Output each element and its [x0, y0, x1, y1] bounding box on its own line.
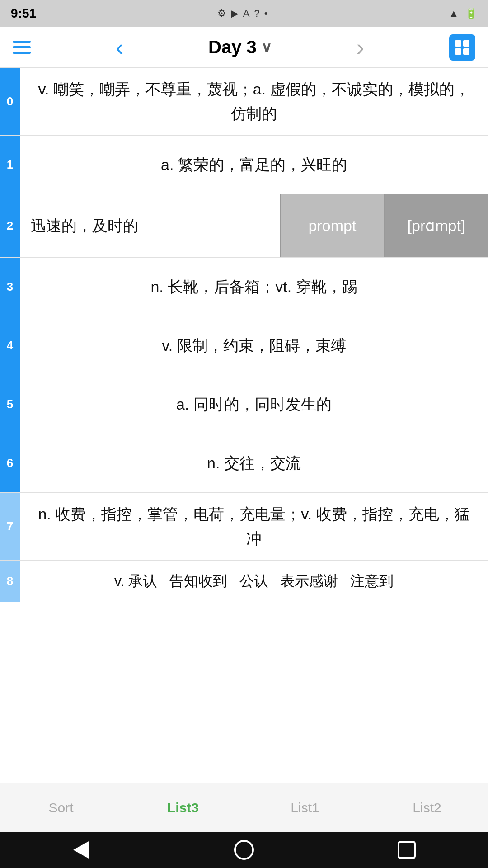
nav-bar: ‹ Day 3 ∨ ›: [0, 27, 488, 68]
forward-button[interactable]: ›: [352, 36, 369, 59]
row-definition: n. 交往，交流: [20, 434, 488, 492]
word-list: 0 v. 嘲笑，嘲弄，不尊重，蔑视；a. 虚假的，不诚实的，模拟的，仿制的 1 …: [0, 68, 488, 602]
day-title[interactable]: Day 3 ∨: [208, 37, 272, 57]
row-index: 8: [0, 561, 20, 602]
svg-rect-1: [463, 40, 469, 47]
tab-list2-label: List2: [413, 800, 441, 816]
row-definition: a. 繁荣的，富足的，兴旺的: [20, 136, 488, 194]
title-text: Day 3: [208, 37, 257, 57]
word-row[interactable]: 8 v. 承认 告知收到 公认 表示感谢 注意到: [0, 561, 488, 602]
row-index: 1: [0, 136, 20, 194]
row-index: 4: [0, 316, 20, 375]
tab-list1-label: List1: [291, 800, 319, 816]
font-icon: A: [243, 8, 250, 19]
word-row[interactable]: 5 a. 同时的，同时发生的: [0, 375, 488, 434]
row-index: 2: [0, 194, 20, 257]
hamburger-menu-icon[interactable]: [13, 41, 31, 54]
android-back-button[interactable]: [68, 836, 95, 863]
back-triangle-icon: [73, 841, 89, 859]
grid-icon: [454, 39, 470, 56]
tab-list3[interactable]: List3: [122, 783, 244, 832]
wifi-icon: ?: [254, 8, 260, 19]
row-index: 3: [0, 258, 20, 316]
tab-list1[interactable]: List1: [244, 783, 366, 832]
svg-rect-0: [455, 40, 461, 47]
word-row[interactable]: 2 迅速的，及时的 prompt [prɑmpt]: [0, 194, 488, 258]
word-popup[interactable]: prompt [prɑmpt]: [280, 194, 488, 257]
row-index: 6: [0, 434, 20, 492]
row-index: 7: [0, 493, 20, 560]
settings-icon: ⚙: [217, 8, 226, 19]
word-row[interactable]: 0 v. 嘲笑，嘲弄，不尊重，蔑视；a. 虚假的，不诚实的，模拟的，仿制的: [0, 68, 488, 136]
row-definition: v. 限制，约束，阻碍，束缚: [20, 316, 488, 375]
row-definition: n. 长靴，后备箱；vt. 穿靴，踢: [20, 258, 488, 316]
tab-list2[interactable]: List2: [366, 783, 488, 832]
popup-phonetic[interactable]: [prɑmpt]: [384, 194, 488, 257]
popup-word[interactable]: prompt: [280, 194, 384, 257]
word-row[interactable]: 1 a. 繁荣的，富足的，兴旺的: [0, 136, 488, 194]
status-icons: ⚙ ▶ A ? •: [217, 8, 268, 19]
status-right-icons: ▲ 🔋: [449, 8, 477, 19]
title-chevron-icon: ∨: [261, 39, 272, 56]
home-circle-icon: [234, 840, 254, 860]
partial-text: v. 承认 告知收到 公认 表示感谢 注意到: [114, 570, 394, 593]
status-time: 9:51: [11, 6, 36, 21]
grid-view-button[interactable]: [449, 34, 475, 61]
svg-rect-3: [463, 48, 469, 55]
status-bar: 9:51 ⚙ ▶ A ? • ▲ 🔋: [0, 0, 488, 27]
word-row[interactable]: 4 v. 限制，约束，阻碍，束缚: [0, 316, 488, 375]
android-nav-bar: [0, 832, 488, 868]
row-definition: v. 嘲笑，嘲弄，不尊重，蔑视；a. 虚假的，不诚实的，模拟的，仿制的: [20, 68, 488, 135]
row-definition: v. 承认 告知收到 公认 表示感谢 注意到: [20, 561, 488, 602]
tab-sort-label: Sort: [48, 800, 73, 816]
time-display: 9:51: [11, 6, 36, 21]
dot-icon: •: [264, 8, 268, 19]
signal-icon: ▲: [449, 8, 459, 19]
battery-icon: 🔋: [465, 8, 477, 19]
android-home-button[interactable]: [230, 836, 258, 863]
row-index: 5: [0, 375, 20, 434]
word-row[interactable]: 6 n. 交往，交流: [0, 434, 488, 493]
back-button[interactable]: ‹: [111, 36, 128, 59]
row-index: 0: [0, 68, 20, 135]
svg-rect-2: [455, 48, 461, 55]
tab-list3-label: List3: [167, 800, 199, 816]
tab-sort[interactable]: Sort: [0, 783, 122, 832]
bottom-tab-bar: Sort List3 List1 List2: [0, 783, 488, 832]
android-recent-button[interactable]: [393, 836, 420, 863]
recent-square-icon: [398, 841, 416, 859]
word-row[interactable]: 3 n. 长靴，后备箱；vt. 穿靴，踢: [0, 258, 488, 316]
word-row[interactable]: 7 n. 收费，指控，掌管，电荷，充电量；v. 收费，指控，充电，猛冲: [0, 493, 488, 561]
row-definition: n. 收费，指控，掌管，电荷，充电量；v. 收费，指控，充电，猛冲: [20, 493, 488, 560]
row-definition: a. 同时的，同时发生的: [20, 375, 488, 434]
play-icon: ▶: [231, 8, 239, 19]
